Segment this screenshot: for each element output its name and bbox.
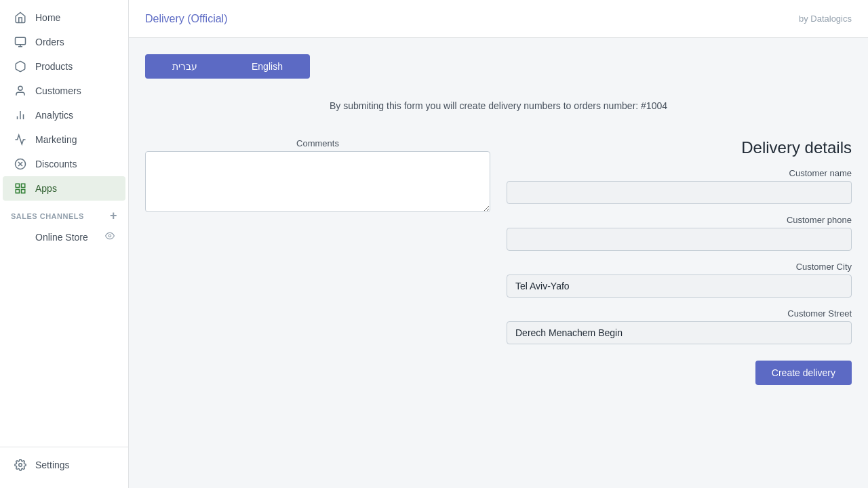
sidebar-nav: Home Orders Products Customers Analytics: [0, 0, 128, 447]
sidebar-bottom: Settings: [0, 447, 128, 488]
customers-icon: [14, 84, 27, 98]
create-delivery-button[interactable]: Create delivery: [755, 361, 852, 385]
sidebar-item-discounts-label: Discounts: [35, 159, 77, 169]
content-area: עברית English By submiting this form you…: [129, 38, 868, 488]
sidebar-item-customers-label: Customers: [35, 85, 81, 96]
sidebar-item-home[interactable]: Home: [3, 5, 125, 30]
comments-label: Comments: [145, 138, 490, 148]
discounts-icon: [14, 157, 27, 171]
topbar-title: Delivery (Official): [145, 13, 228, 25]
customer-street-label: Customer Street: [507, 308, 852, 319]
sidebar-item-apps-label: Apps: [35, 183, 57, 194]
customer-name-label: Customer name: [507, 168, 852, 178]
svg-rect-13: [22, 190, 25, 193]
hebrew-button[interactable]: עברית: [145, 54, 224, 79]
sidebar-item-discounts[interactable]: Discounts: [3, 152, 125, 176]
add-sales-channel-icon[interactable]: +: [110, 209, 117, 223]
settings-icon: [14, 458, 27, 472]
sidebar-item-customers[interactable]: Customers: [3, 79, 125, 103]
customer-city-input[interactable]: [507, 274, 852, 298]
customer-phone-label: Customer phone: [507, 215, 852, 225]
customer-name-input[interactable]: [507, 181, 852, 204]
language-buttons: עברית English: [145, 54, 852, 79]
sidebar-item-home-label: Home: [35, 12, 60, 23]
right-panel: Delivery details Customer name Customer …: [507, 138, 852, 385]
info-message: By submiting this form you will create d…: [145, 95, 852, 117]
topbar: Delivery (Official) by Datalogics: [129, 0, 868, 38]
svg-rect-12: [16, 190, 19, 193]
orders-icon: [14, 35, 27, 49]
svg-rect-10: [16, 184, 19, 187]
form-grid: Comments Delivery details Customer name …: [145, 138, 852, 385]
sidebar-item-apps[interactable]: Apps: [3, 176, 125, 201]
online-store-label: Online Store: [35, 232, 88, 243]
customer-city-field-group: Customer City: [507, 262, 852, 298]
customer-phone-field-group: Customer phone: [507, 215, 852, 251]
main-content: Delivery (Official) by Datalogics עברית …: [129, 0, 868, 488]
home-icon: [14, 11, 27, 24]
customer-phone-input[interactable]: [507, 228, 852, 251]
svg-rect-0: [16, 37, 26, 45]
svg-rect-11: [22, 184, 25, 187]
products-icon: [14, 60, 27, 73]
online-store-eye-icon[interactable]: [105, 231, 115, 243]
sidebar-item-analytics-label: Analytics: [35, 110, 73, 121]
english-button[interactable]: English: [224, 54, 310, 79]
create-delivery-container: Create delivery: [507, 355, 852, 385]
sidebar-item-settings[interactable]: Settings: [3, 453, 125, 477]
topbar-byline: by Datalogics: [799, 14, 852, 24]
left-panel: Comments: [145, 138, 490, 226]
sidebar-item-online-store[interactable]: Online Store: [3, 226, 125, 248]
customer-street-field-group: Customer Street: [507, 308, 852, 344]
apps-icon: [14, 182, 27, 195]
analytics-icon: [14, 108, 27, 122]
comments-textarea[interactable]: [145, 151, 490, 212]
delivery-details-title: Delivery details: [507, 138, 852, 157]
sidebar-item-products[interactable]: Products: [3, 54, 125, 79]
sales-channels-label: SALES CHANNELS: [11, 212, 84, 220]
sidebar-item-marketing[interactable]: Marketing: [3, 127, 125, 152]
sidebar-item-products-label: Products: [35, 61, 73, 72]
comments-field-group: Comments: [145, 138, 490, 215]
sidebar-item-orders[interactable]: Orders: [3, 30, 125, 54]
svg-point-3: [18, 86, 22, 90]
sidebar: Home Orders Products Customers Analytics: [0, 0, 129, 488]
customer-city-label: Customer City: [507, 262, 852, 272]
sidebar-item-orders-label: Orders: [35, 37, 64, 47]
sidebar-item-analytics[interactable]: Analytics: [3, 103, 125, 127]
svg-point-14: [108, 235, 111, 237]
sidebar-item-settings-label: Settings: [35, 460, 70, 470]
customer-street-input[interactable]: [507, 321, 852, 344]
customer-name-field-group: Customer name: [507, 168, 852, 204]
sidebar-item-marketing-label: Marketing: [35, 134, 77, 145]
marketing-icon: [14, 133, 27, 146]
svg-point-15: [19, 464, 22, 467]
sales-channels-section: SALES CHANNELS +: [0, 201, 128, 226]
